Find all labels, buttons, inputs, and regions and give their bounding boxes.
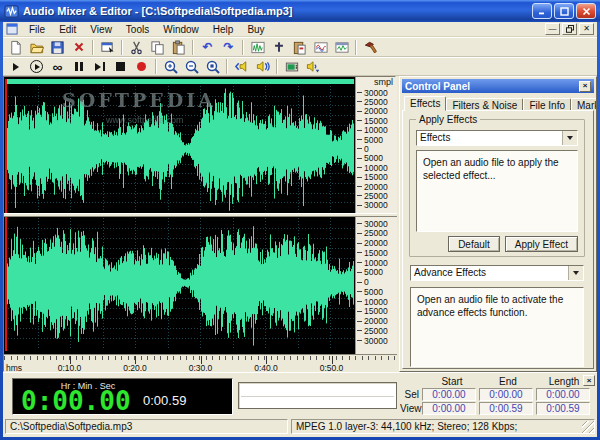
time-value-field[interactable]: 0:00.00 — [479, 388, 533, 401]
scale-tick: 15000 — [357, 116, 396, 125]
loop-button[interactable]: ∞ — [47, 58, 68, 76]
waveform-channel-right[interactable] — [5, 218, 354, 348]
play-selection-button[interactable] — [252, 58, 273, 76]
cut-button[interactable] — [126, 38, 147, 56]
menu-view[interactable]: View — [83, 23, 119, 36]
maximize-button[interactable] — [554, 3, 574, 19]
app-icon — [4, 4, 19, 19]
properties-button[interactable] — [97, 38, 118, 56]
scale-tick: 25000 — [357, 191, 396, 200]
status-bar: C:\Softpedia\Softpedia.mp3 MPEG 1.0 laye… — [3, 417, 597, 437]
effects-combobox-value: Effects — [417, 131, 562, 145]
effects-default-button[interactable]: Default — [448, 236, 500, 252]
play-all-button[interactable] — [26, 58, 47, 76]
redo-button[interactable]: ↷ — [218, 38, 239, 56]
scale-tick: 5000 — [357, 287, 396, 296]
apply-effects-label: Apply Effects — [416, 114, 480, 125]
menu-help[interactable]: Help — [206, 23, 241, 36]
time-value-field[interactable]: 0:00.00 — [422, 402, 476, 415]
window-title: Audio Mixer & Editor - [C:\Softpedia\Sof… — [23, 5, 532, 17]
copy-button[interactable] — [147, 38, 168, 56]
time-value-field[interactable]: 0:00.59 — [536, 402, 590, 415]
toolbar-separator — [355, 40, 357, 55]
control-panel-title: Control Panel — [405, 81, 579, 92]
delete-button[interactable] — [68, 38, 89, 56]
tab-effects[interactable]: Effects — [404, 96, 446, 111]
waveform-editor: SOFTPEDIA www.softpedia.com smpl 3000025… — [3, 76, 396, 372]
toolbar-separator — [276, 59, 278, 74]
menu-file[interactable]: File — [22, 23, 52, 36]
mdi-restore-button[interactable] — [562, 23, 577, 35]
open-file-button[interactable] — [26, 38, 47, 56]
stop-button[interactable] — [110, 58, 131, 76]
time-value-field[interactable]: 0:00.59 — [479, 402, 533, 415]
channel-divider[interactable] — [4, 213, 397, 217]
scale-tick: 25000 — [357, 326, 396, 335]
effects-tab-page: Apply Effects Effects Open an audio file… — [402, 110, 594, 369]
save-button[interactable] — [47, 38, 68, 56]
time-ruler[interactable]: hms 0:10.00:20.00:30.00:40.00:50.0 — [4, 354, 397, 373]
scale-tick: 25000 — [357, 97, 396, 106]
menu-tools[interactable]: Tools — [119, 23, 156, 36]
apply-effect-button[interactable]: Apply Effect — [505, 236, 578, 252]
effects-combobox[interactable]: Effects — [416, 130, 578, 146]
scale-tick: 15000 — [357, 173, 396, 182]
advance-effects-combobox[interactable]: Advance Effects — [410, 265, 584, 281]
play-button[interactable] — [5, 58, 26, 76]
time-value-field[interactable]: 0:00.00 — [536, 388, 590, 401]
chevron-down-icon — [573, 271, 579, 275]
toolbar-separator — [242, 40, 244, 55]
watermark-text: SOFTPEDIA — [62, 89, 216, 111]
mixer-button[interactable] — [310, 38, 331, 56]
play-from-start-button[interactable] — [231, 58, 252, 76]
new-file-button[interactable] — [5, 38, 26, 56]
scale-tick: 20000 — [357, 317, 396, 326]
effects-combobox-dropdown-button[interactable] — [562, 131, 577, 145]
zoom-out-button[interactable] — [181, 58, 202, 76]
title-bar: Audio Mixer & Editor - [C:\Softpedia\Sof… — [0, 0, 600, 22]
control-panel-close-button[interactable]: × — [579, 81, 591, 92]
play-step-button[interactable] — [89, 58, 110, 76]
paste-special-button[interactable] — [289, 38, 310, 56]
scale-tick: 5000 — [357, 135, 396, 144]
selection-row-label: Sel — [400, 389, 422, 400]
zoom-selection-button[interactable] — [202, 58, 223, 76]
tools-button[interactable] — [360, 38, 381, 56]
close-button[interactable] — [576, 3, 596, 19]
zoom-in-button[interactable] — [160, 58, 181, 76]
progress-indicator — [238, 382, 397, 409]
time-value-field[interactable]: 0:00.00 — [422, 388, 476, 401]
menu-window[interactable]: Window — [156, 23, 206, 36]
transport-toolbar: ∞ — [3, 57, 597, 76]
minimize-button[interactable] — [532, 3, 552, 19]
advance-effects-dropdown-button[interactable] — [568, 266, 583, 280]
menu-edit[interactable]: Edit — [52, 23, 83, 36]
display-button[interactable] — [281, 58, 302, 76]
scale-tick: 20000 — [357, 182, 396, 191]
menu-buy[interactable]: Buy — [240, 23, 271, 36]
scale-tick: 10000 — [357, 297, 396, 306]
mix-paste-button[interactable] — [268, 38, 289, 56]
volume-button[interactable] — [302, 58, 323, 76]
waveform-view-button[interactable] — [247, 38, 268, 56]
transport-status-bar: Hr : Min . Sec 0:00.00 0:00.59 StartEndL… — [3, 372, 597, 417]
mdi-document-icon[interactable] — [6, 23, 19, 35]
undo-button[interactable]: ↶ — [197, 38, 218, 56]
record-button[interactable] — [131, 58, 152, 76]
overview-strip[interactable] — [5, 79, 354, 84]
advance-effects-info-text: Open an audio file to activate the advan… — [410, 287, 584, 367]
resize-grip[interactable] — [582, 421, 594, 433]
mdi-minimize-button[interactable]: — — [545, 23, 560, 35]
mix-window-button[interactable] — [331, 38, 352, 56]
selection-panel-close-button[interactable]: × — [583, 375, 595, 386]
status-file-path: C:\Softpedia\Softpedia.mp3 — [5, 419, 288, 434]
scale-tick: 10000 — [357, 163, 396, 172]
watermark-subtext: www.softpedia.com — [106, 115, 184, 125]
effects-info-text: Open an audio file to apply the selected… — [416, 150, 578, 232]
scale-tick: 5000 — [357, 154, 396, 163]
mdi-close-button[interactable]: ✕ — [579, 23, 594, 35]
pause-button[interactable] — [68, 58, 89, 76]
scale-tick: 15000 — [357, 307, 396, 316]
paste-button[interactable] — [168, 38, 189, 56]
scale-tick: 20000 — [357, 239, 396, 248]
